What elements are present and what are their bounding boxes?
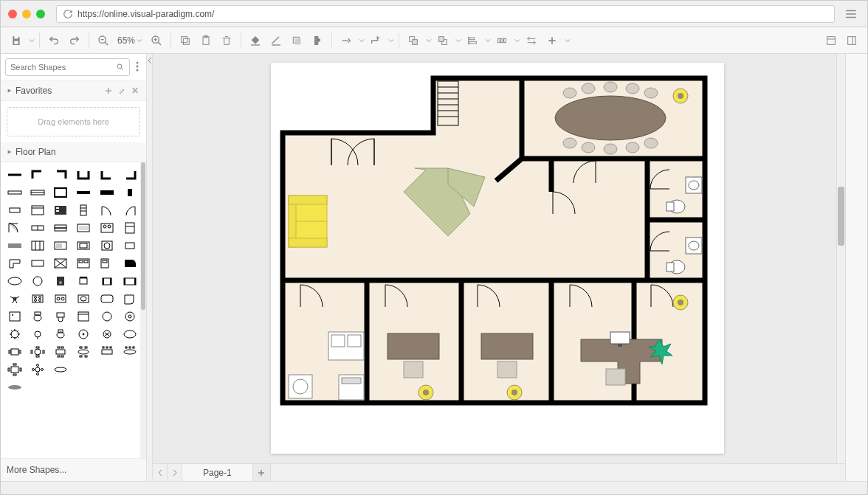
sidebar-menu-button[interactable] [133,61,142,74]
shape-wall-thick[interactable] [97,184,117,201]
more-shapes-button[interactable]: More Shapes... [1,458,146,481]
maximize-window-button[interactable] [36,10,45,18]
shape-tv[interactable] [74,220,93,236]
close-window-button[interactable] [8,10,17,18]
zoom-in-button[interactable] [147,31,166,50]
to-front-button[interactable] [404,31,423,50]
shape-fan[interactable] [5,291,24,307]
redo-button[interactable] [65,31,84,50]
shape-counter-l[interactable] [5,255,24,271]
shape-cooktop[interactable] [51,291,70,307]
shadow-button[interactable] [287,31,306,50]
line-color-button[interactable] [266,31,286,50]
outline-toggle-button[interactable] [842,31,861,50]
shape-corner-tl[interactable] [28,167,47,183]
undo-button[interactable] [44,31,63,50]
shape-window-casement[interactable] [28,220,47,236]
shape-dishwasher[interactable] [74,308,93,325]
paste-button[interactable] [196,31,216,50]
minimize-window-button[interactable] [22,10,31,18]
zoom-out-button[interactable] [94,31,113,50]
shape-dining-rect[interactable] [51,344,70,360]
tab-scroll-right[interactable] [168,464,182,481]
shape-table-round[interactable] [28,273,47,289]
shape-cabinet[interactable] [28,202,47,218]
insert-dropdown-icon[interactable] [565,38,571,44]
shape-empty-3[interactable] [120,361,140,378]
shape-opening[interactable] [28,184,47,201]
canvas-scrollbar-vertical[interactable] [836,54,845,463]
search-shapes-box[interactable] [5,58,130,76]
shape-window[interactable] [5,184,24,201]
shape-bathtub[interactable] [5,273,24,289]
favorites-edit-button[interactable] [117,86,127,96]
shape-tub-corner[interactable] [120,291,140,307]
shape-table-round-4[interactable] [28,361,47,378]
copy-button[interactable] [176,31,195,50]
shape-piano[interactable] [120,255,140,271]
shape-fridge[interactable] [120,220,140,236]
shape-room[interactable] [51,184,70,201]
favorites-drop-zone[interactable]: Drag elements here [7,107,140,136]
fill-color-button[interactable] [246,31,265,50]
page-tab-1[interactable]: Page-1 [182,464,253,481]
ceiling-light[interactable] [673,89,688,103]
shape-toilet-top[interactable] [28,308,47,325]
shape-wall-segment[interactable] [74,184,93,201]
browser-menu-button[interactable] [842,5,860,23]
shape-sink[interactable] [51,308,70,325]
shape-desk[interactable] [5,238,24,254]
connection-style-button[interactable] [337,31,356,50]
shape-dining-round[interactable] [28,344,47,360]
sidebar-scrollbar[interactable] [140,162,146,458]
waypoint-button[interactable] [366,31,385,50]
reload-icon[interactable] [63,9,73,19]
direction-toggle-button[interactable] [522,31,541,50]
shape-bed-single[interactable] [97,255,117,271]
url-bar[interactable] [56,5,835,23]
shape-corner-tr[interactable] [51,167,70,183]
save-button[interactable] [7,31,26,50]
shape-corner-br[interactable] [120,167,140,183]
save-dropdown-icon[interactable] [29,38,35,44]
shape-door-left[interactable] [97,202,117,218]
shape-turntable[interactable] [74,326,93,342]
favorites-close-button[interactable]: ✕ [130,86,140,96]
shape-tub[interactable] [97,291,117,307]
shape-door-quarter[interactable] [5,220,24,236]
shape-shelf[interactable] [74,202,93,218]
format-panel-toggle-button[interactable] [822,31,841,50]
canvas-area[interactable] [153,54,845,463]
ceiling-light[interactable] [507,385,522,400]
sofa[interactable] [289,195,327,247]
shape-speaker[interactable] [51,273,70,289]
align-button[interactable] [463,31,482,50]
sidebar-collapse-handle[interactable] [147,54,153,481]
shape-column[interactable] [120,184,140,201]
shape-corner-bl[interactable] [97,167,117,183]
shape-dining-oval-long[interactable] [120,344,140,360]
insert-button[interactable] [542,31,562,50]
shape-microwave[interactable] [51,238,70,254]
shape-rug-round[interactable] [120,326,140,342]
shape-dresser[interactable] [51,202,70,218]
format-painter-button[interactable] [308,31,327,50]
distribute-button[interactable] [492,31,512,50]
shape-sliding-door[interactable] [51,220,70,236]
tofront-dropdown-icon[interactable] [426,38,432,44]
ceiling-light[interactable] [673,295,688,310]
to-back-button[interactable] [433,31,452,50]
distribute-dropdown-icon[interactable] [514,38,520,44]
shape-plant-pot[interactable] [97,326,117,342]
shape-side-table[interactable] [120,238,140,254]
shape-empty-1[interactable] [74,361,93,378]
zoom-level-display[interactable]: 65% [114,35,145,46]
shape-lamp-floor[interactable] [97,308,117,325]
tab-scroll-left[interactable] [153,464,168,481]
shape-empty-2[interactable] [97,361,117,378]
url-input[interactable] [78,9,828,19]
favorites-add-button[interactable] [103,86,114,96]
search-input[interactable] [10,63,116,72]
shape-bookcase[interactable] [28,238,47,254]
favorites-section-header[interactable]: Favorites ✕ [1,81,146,101]
